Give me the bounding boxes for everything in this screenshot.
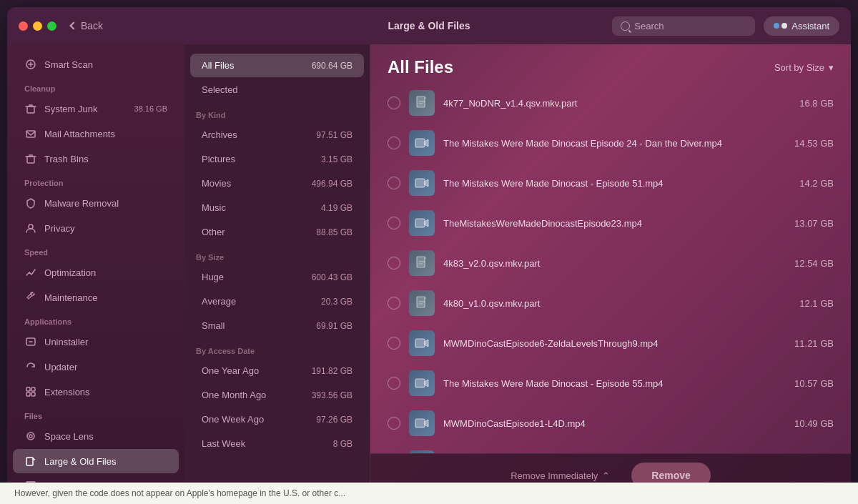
sidebar-item-privacy[interactable]: Privacy	[13, 216, 179, 240]
filter-selected[interactable]: Selected	[190, 78, 364, 102]
updater-icon	[24, 360, 37, 373]
file-row[interactable]: The Mistakes Were Made Dinocast - Episod…	[379, 443, 842, 453]
file-select-radio[interactable]	[388, 377, 400, 390]
filter-label: One Week Ago	[202, 414, 264, 425]
sidebar-item-mail-attachments[interactable]: Mail Attachments	[13, 122, 179, 146]
filter-all-files[interactable]: All Files 690.64 GB	[190, 54, 364, 77]
maximize-button[interactable]	[47, 21, 56, 31]
section-cleanup: Cleanup	[7, 77, 184, 96]
sidebar-item-label: Mail Attachments	[44, 129, 115, 139]
filter-music[interactable]: Music 4.19 GB	[190, 196, 364, 219]
main-content: Smart Scan Cleanup System Junk 38.16 GB	[7, 44, 851, 497]
back-button[interactable]: Back	[71, 20, 103, 31]
sidebar-item-optimization[interactable]: Optimization	[13, 260, 179, 285]
filter-small[interactable]: Small 69.91 GB	[190, 314, 364, 337]
filter-label: Music	[202, 202, 226, 213]
file-select-radio[interactable]	[388, 97, 400, 109]
dot-blue	[774, 23, 779, 29]
filter-one-year-ago[interactable]: One Year Ago 191.82 GB	[190, 359, 364, 382]
close-button[interactable]	[19, 21, 28, 31]
filter-label: One Month Ago	[202, 390, 266, 400]
file-name: 4k83_v2.0.qsv.mkv.part	[443, 258, 786, 269]
svg-rect-2	[26, 131, 35, 137]
filter-size: 3.15 GB	[321, 154, 352, 164]
middle-panel: All Files 690.64 GB Selected By Kind Arc…	[184, 44, 370, 497]
filter-other[interactable]: Other 88.85 GB	[190, 220, 364, 244]
sidebar-item-space-lens[interactable]: Space Lens	[13, 424, 179, 448]
file-size: 14.2 GB	[799, 178, 834, 189]
sidebar-item-malware-removal[interactable]: Malware Removal	[13, 191, 179, 215]
space-lens-icon	[24, 430, 37, 443]
sidebar-item-label: Smart Scan	[44, 59, 93, 70]
svg-rect-6	[26, 387, 30, 391]
doc-file-icon	[409, 290, 435, 316]
sidebar-item-label: Extensions	[44, 387, 90, 397]
svg-point-10	[27, 433, 34, 440]
file-row[interactable]: 4k77_NoDNR_v1.4.qsv.mkv.part16.8 GB	[379, 83, 842, 123]
maintenance-icon	[24, 291, 37, 304]
filter-movies[interactable]: Movies 496.94 GB	[190, 172, 364, 195]
filter-label: Small	[202, 320, 225, 331]
filter-average[interactable]: Average 20.3 GB	[190, 290, 364, 313]
video-file-icon	[409, 210, 435, 236]
video-file-icon	[409, 330, 435, 356]
sidebar-item-uninstaller[interactable]: Uninstaller	[13, 330, 179, 354]
filter-label: Selected	[202, 84, 238, 95]
file-select-radio[interactable]	[388, 337, 400, 350]
filter-one-month-ago[interactable]: One Month Ago 393.56 GB	[190, 383, 364, 407]
system-junk-badge: 38.16 GB	[134, 104, 167, 113]
svg-rect-9	[31, 392, 35, 396]
video-file-icon	[409, 170, 435, 196]
file-size: 16.8 GB	[799, 98, 834, 109]
file-panel-header: All Files Sort by Size ▾	[370, 44, 851, 83]
file-row[interactable]: The Mistakes Were Made Dinocast - Episod…	[379, 363, 842, 403]
filter-pictures[interactable]: Pictures 3.15 GB	[190, 147, 364, 171]
file-row[interactable]: 4k80_v1.0.qsv.mkv.part12.1 GB	[379, 283, 842, 323]
file-select-radio[interactable]	[388, 217, 400, 229]
file-row[interactable]: 4k83_v2.0.qsv.mkv.part12.54 GB	[379, 243, 842, 283]
background-text-bar: However, given the code does not appear …	[0, 483, 858, 504]
filter-section-by-size: By Size	[184, 244, 370, 265]
doc-file-icon	[409, 90, 435, 116]
sidebar-item-maintenance[interactable]: Maintenance	[13, 285, 179, 310]
svg-point-4	[29, 224, 33, 229]
filter-size: 97.26 GB	[316, 415, 352, 425]
file-row[interactable]: TheMistakesWereMadeDinocastEpisode23.mp4…	[379, 203, 842, 243]
remove-immediately-button[interactable]: Remove Immediately ⌃	[511, 470, 610, 481]
file-row[interactable]: The Mistakes Were Made Dinocast - Episod…	[379, 163, 842, 203]
filter-huge[interactable]: Huge 600.43 GB	[190, 265, 364, 289]
sort-button[interactable]: Sort by Size ▾	[774, 62, 834, 73]
svg-rect-8	[26, 392, 30, 396]
file-select-radio[interactable]	[388, 137, 400, 149]
file-row[interactable]: MWMDinoCastEpisode1-L4D.mp410.49 GB	[379, 403, 842, 443]
file-size: 12.54 GB	[794, 258, 834, 269]
sidebar-item-smart-scan[interactable]: Smart Scan	[13, 52, 179, 76]
filter-last-week[interactable]: Last Week 8 GB	[190, 432, 364, 455]
filter-size: 496.94 GB	[312, 179, 352, 189]
file-row[interactable]: MWMDinoCastEpisode6-ZeldaLevelsThrough9.…	[379, 323, 842, 363]
filter-size: 690.64 GB	[312, 61, 352, 71]
sidebar-item-label: Malware Removal	[44, 198, 119, 209]
filter-archives[interactable]: Archives 97.51 GB	[190, 123, 364, 147]
sidebar-item-large-old-files[interactable]: Large & Old Files	[13, 449, 179, 473]
sidebar-item-trash-bins[interactable]: Trash Bins	[13, 147, 179, 171]
file-select-radio[interactable]	[388, 417, 400, 430]
svg-rect-21	[415, 379, 425, 387]
dot-white	[781, 23, 787, 29]
trash-icon	[24, 152, 37, 165]
file-row[interactable]: The Mistakes Were Made Dinocast Episode …	[379, 123, 842, 163]
file-select-radio[interactable]	[388, 297, 400, 310]
filter-label: Archives	[202, 129, 237, 140]
sidebar-item-updater[interactable]: Updater	[13, 355, 179, 379]
sidebar-item-extensions[interactable]: Extensions	[13, 380, 179, 404]
uninstaller-icon	[24, 335, 37, 348]
search-bar[interactable]: Search	[612, 16, 755, 36]
sidebar-item-system-junk[interactable]: System Junk 38.16 GB	[13, 97, 179, 121]
section-speed: Speed	[7, 241, 184, 260]
file-select-radio[interactable]	[388, 257, 400, 270]
minimize-button[interactable]	[33, 21, 42, 31]
filter-one-week-ago[interactable]: One Week Ago 97.26 GB	[190, 407, 364, 431]
assistant-button[interactable]: Assistant	[764, 16, 839, 36]
file-select-radio[interactable]	[388, 177, 400, 189]
filter-size: 20.3 GB	[321, 297, 352, 307]
